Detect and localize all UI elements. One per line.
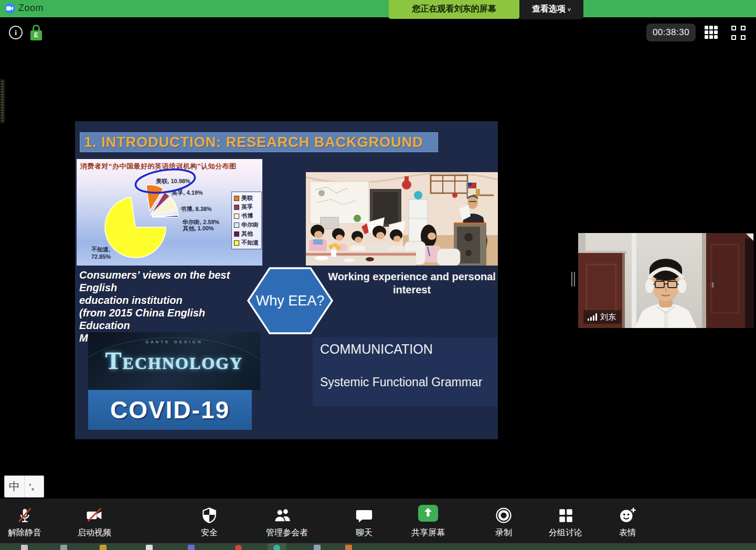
legend-label: 华尔街 xyxy=(241,221,259,229)
legend-row: 不知道 xyxy=(234,238,261,247)
share-screen-button[interactable]: 共享屏幕 xyxy=(397,505,460,540)
why-eea-hexagon: Why EEA? xyxy=(247,266,334,335)
caption-line: Consumers’ views on the best English xyxy=(79,269,252,294)
meeting-info-icon[interactable]: i xyxy=(9,26,23,39)
camera-off-icon xyxy=(84,506,104,525)
participant-name: 刘东 xyxy=(600,312,616,322)
zoom-camera-logo-icon xyxy=(5,3,15,14)
participants-icon xyxy=(273,506,294,525)
meeting-top-bar: Zoom 您正在观看刘东的屏幕 查看选项˅ xyxy=(0,0,756,17)
legend-row: 英孚 xyxy=(234,203,261,211)
participant-video-tile[interactable]: 刘东 xyxy=(578,233,754,328)
legend-row: 美联 xyxy=(234,194,261,203)
communication-subtitle: Systemic Functional Grammar xyxy=(320,375,482,389)
caption-line: (from 2015 China English Education xyxy=(79,306,252,332)
shield-icon xyxy=(200,506,218,525)
taskbar-app-icon[interactable] xyxy=(314,545,321,550)
meeting-toolbar: 解除静音 启动视频 安全 xyxy=(0,499,756,543)
covid-image: COVID-19 xyxy=(88,390,252,430)
classroom-photo xyxy=(306,172,498,266)
shared-screen-slide: 1. INTRODUCTION: RESEARCH BACKGROUND 消费者… xyxy=(75,121,498,439)
chat-bubble-icon xyxy=(355,506,374,525)
record-icon xyxy=(494,506,513,525)
legend-label: 不知道 xyxy=(241,239,259,247)
pie-chart-figure: 消费者对“办中国最好的英语培训机构”认知分布图 美联, 10.98%英孚, 4.… xyxy=(77,159,262,266)
taskbar-app-icon[interactable] xyxy=(100,545,107,550)
pie-data-label: 美联, 10.98% xyxy=(155,178,190,184)
ime-punctuation-toggle[interactable]: ’。 xyxy=(25,476,44,497)
fullscreen-icon[interactable] xyxy=(731,26,746,40)
legend-swatch xyxy=(234,223,239,228)
taskbar-app-icon[interactable] xyxy=(60,545,67,550)
ime-toolbar: 中 ’。 xyxy=(4,475,44,498)
participant-name-tag: 刘东 xyxy=(583,310,621,324)
audio-level-meter xyxy=(0,79,5,124)
app-name: Zoom xyxy=(18,3,44,14)
legend-swatch xyxy=(234,196,239,201)
legend-label: 美联 xyxy=(241,194,253,202)
legend-row: 其他 xyxy=(234,229,261,238)
reactions-smiley-icon xyxy=(617,506,637,525)
hexagon-label: Why EEA? xyxy=(247,266,334,335)
legend-label: 英孚 xyxy=(241,203,253,211)
watching-screen-banner: 您正在观看刘东的屏幕 xyxy=(389,0,519,19)
taskbar-app-icon[interactable] xyxy=(188,545,195,550)
legend-swatch xyxy=(234,240,239,246)
taskbar-active-app[interactable] xyxy=(268,543,286,550)
connection-signal-icon xyxy=(588,313,597,321)
gallery-view-icon[interactable] xyxy=(705,26,719,40)
manage-participants-button[interactable]: 管理参会者 xyxy=(255,505,318,540)
start-video-button[interactable]: 启动视频 xyxy=(63,505,126,540)
breakout-rooms-button[interactable]: 分组讨论 xyxy=(534,505,597,540)
video-tile-handle[interactable] xyxy=(571,272,576,287)
chevron-down-icon: ˅ xyxy=(568,6,571,13)
security-button[interactable]: 安全 xyxy=(178,505,241,540)
taskbar-app-icon[interactable] xyxy=(235,545,242,550)
legend-swatch xyxy=(234,231,239,237)
technology-word: Technology xyxy=(88,347,260,375)
taskbar-zoom-icon xyxy=(273,545,280,550)
chat-button[interactable]: 聊天 xyxy=(333,505,396,540)
technology-image: dante design Technology xyxy=(88,332,260,390)
legend-swatch xyxy=(234,205,239,210)
legend-label: 书博 xyxy=(241,212,253,220)
pie-data-label: 华尔街, 2.59% xyxy=(182,219,220,225)
record-button[interactable]: 录制 xyxy=(472,505,535,540)
communication-title: COMMUNICATION xyxy=(320,342,433,357)
covid-word: COVID-19 xyxy=(110,396,230,424)
encryption-lock-icon[interactable]: E xyxy=(30,25,43,41)
taskbar-app-icon[interactable] xyxy=(345,545,352,550)
unmute-button[interactable]: 解除静音 xyxy=(0,505,56,540)
legend-label: 其他 xyxy=(241,230,253,238)
reactions-button[interactable]: 表情 xyxy=(596,505,659,540)
technology-brand-text: dante design xyxy=(88,337,260,345)
lock-body: E xyxy=(30,30,42,40)
communication-box: COMMUNICATION Systemic Functional Gramma… xyxy=(313,337,497,406)
pie-data-label: 书博, 8.38% xyxy=(180,206,212,212)
taskbar-start-icon[interactable] xyxy=(21,545,28,550)
view-options-button[interactable]: 查看选项˅ xyxy=(519,0,583,19)
working-experience-text: Working experience and personal interest xyxy=(325,270,498,297)
breakout-grid-icon xyxy=(557,506,574,525)
taskbar-app-icon[interactable] xyxy=(146,545,153,550)
share-screen-icon xyxy=(418,505,438,522)
zoom-meeting-window: Zoom 您正在观看刘东的屏幕 查看选项˅ i E 00:38:30 1. IN… xyxy=(0,0,756,550)
tile-collapse-icon[interactable] xyxy=(746,234,753,241)
meeting-timer: 00:38:30 xyxy=(646,24,696,41)
pie-data-label: 其他, 1.00% xyxy=(182,225,214,232)
legend-row: 书博 xyxy=(234,211,261,220)
pie-data-label: 不知道,72.85% xyxy=(91,246,111,260)
pie-chart-legend: 美联英孚书博华尔街其他不知道 xyxy=(231,192,262,249)
slide-title: 1. INTRODUCTION: RESEARCH BACKGROUND xyxy=(80,132,438,152)
microphone-muted-icon xyxy=(15,506,34,525)
legend-swatch xyxy=(234,214,239,219)
caption-line: education institution xyxy=(79,294,252,306)
ime-mode-toggle[interactable]: 中 xyxy=(5,476,25,497)
legend-row: 华尔街 xyxy=(234,220,261,229)
windows-taskbar xyxy=(0,543,756,550)
